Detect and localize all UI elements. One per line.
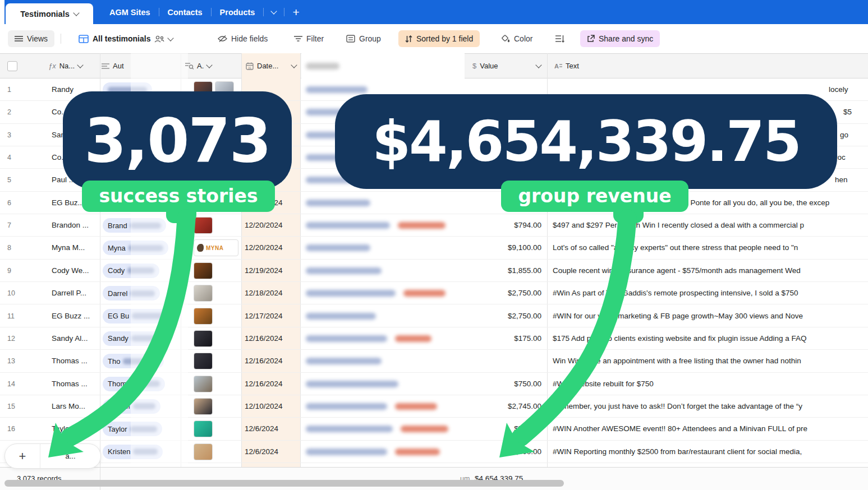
date-header-label: Date...	[257, 62, 278, 70]
cell-date[interactable]: 12/10/2024	[245, 395, 298, 418]
column-header-attachment[interactable]: A.	[185, 53, 212, 78]
cell-text[interactable]: $497 and $297 Per Month Win I recently c…	[553, 214, 867, 237]
cell-date[interactable]: 12/18/2024	[245, 282, 298, 304]
cell-name[interactable]: Darrell P...	[52, 282, 97, 304]
attachment-thumbnail[interactable]	[194, 443, 213, 460]
cell-text[interactable]: Win Win Have an appointment with a free …	[553, 350, 867, 372]
share-button[interactable]: Share and sync	[580, 30, 660, 47]
tab-testimonials[interactable]: Testimonials	[6, 3, 93, 24]
cell-name[interactable]: Thomas ...	[52, 350, 97, 372]
cell-value[interactable]: $175.00	[469, 327, 541, 350]
column-header-value[interactable]: $ Value	[472, 53, 541, 78]
cell-value[interactable]: $9,100.00	[469, 237, 541, 259]
cell-text[interactable]: $175 Add page to clients existing websit…	[553, 327, 867, 350]
cell-date[interactable]: 12/16/2024	[245, 350, 298, 372]
stat-revenue-label: group revenue	[501, 181, 688, 212]
row-number: 7	[7, 214, 23, 237]
tab-separator	[263, 8, 264, 16]
row-height-button[interactable]	[555, 24, 564, 53]
cell-text[interactable]: #WIN Website rebuilt for $750	[553, 373, 867, 395]
tab-contacts[interactable]: Contacts	[159, 8, 211, 17]
cell-value[interactable]: $2,745.00	[469, 395, 541, 418]
add-record-bar: + a...	[4, 443, 101, 469]
cell-name[interactable]: Myna M...	[52, 237, 97, 259]
author-name: Myna	[108, 244, 126, 252]
cell-value[interactable]: $794.00	[469, 214, 541, 237]
color-button[interactable]: Color	[502, 24, 532, 53]
cell-date[interactable]: 12/20/2024	[245, 237, 298, 259]
cell-name[interactable]: Lars Mo...	[52, 395, 97, 418]
cell-date[interactable]: 12/19/2024	[245, 260, 298, 282]
attachment-thumbnail[interactable]	[194, 398, 213, 415]
cell-value[interactable]: $500.00	[469, 418, 541, 440]
view-switcher[interactable]: All testimonials	[79, 24, 173, 53]
column-header-date[interactable]: 31 Date...	[246, 53, 296, 78]
cell-date[interactable]: 12/16/2024	[245, 373, 298, 395]
attachment-thumbnail[interactable]	[194, 262, 213, 279]
row-number: 9	[7, 260, 23, 282]
cell-text-content: $175 Add page to clients existing websit…	[553, 334, 807, 343]
cell-date[interactable]: 12/20/2024	[245, 214, 298, 237]
chevron-down-icon	[77, 62, 84, 68]
filter-button[interactable]: Filter	[294, 24, 324, 53]
cell-text-content: hen	[835, 175, 848, 184]
select-all-checkbox[interactable]	[7, 61, 17, 71]
column-header-text[interactable]: A Text	[554, 53, 579, 78]
column-header-name[interactable]: ƒx Na...	[48, 53, 82, 78]
cell-value[interactable]	[469, 350, 541, 372]
attachment-thumbnail[interactable]	[194, 420, 213, 437]
attachment-thumbnail[interactable]	[194, 330, 213, 347]
grid-view-icon	[79, 35, 89, 43]
cell-value[interactable]: $2,750.00	[469, 282, 541, 304]
author-name: Darrel	[108, 289, 127, 298]
add-record-fragment[interactable]: a...	[40, 452, 100, 460]
views-button[interactable]: Views	[8, 30, 54, 47]
cell-value[interactable]: $750.00	[469, 373, 541, 395]
author-name: Taylor	[108, 425, 127, 433]
horizontal-scrollbar[interactable]	[4, 480, 564, 487]
tabs-more-chevron-icon[interactable]	[271, 8, 277, 14]
cell-text[interactable]: #Win As part of Tom Gaddis's remote pros…	[553, 282, 867, 304]
row-number: 2	[7, 101, 23, 123]
cell-date[interactable]: 12/6/2024	[245, 441, 298, 463]
cell-date[interactable]: 12/16/2024	[245, 327, 298, 350]
hide-fields-button[interactable]: Hide fields	[218, 24, 268, 53]
cell-name[interactable]: Taylor ...	[52, 418, 97, 440]
cell-date[interactable]: 12/17/2024	[245, 305, 298, 327]
cell-date[interactable]: 12/6/2024	[245, 418, 298, 440]
column-header-author[interactable]: Aut	[102, 53, 124, 78]
tab-separator	[284, 8, 284, 16]
add-table-button[interactable]: +	[292, 6, 299, 19]
cell-text[interactable]: #WIN Another AWESOME event!! 80+ Attende…	[553, 418, 867, 440]
view-toolbar: Views All testimonials Hide fields Filte…	[0, 24, 868, 53]
cell-value[interactable]: $2,500.00	[469, 441, 541, 463]
cell-value[interactable]: $1,855.00	[469, 260, 541, 282]
attachment-thumbnail[interactable]	[194, 353, 213, 369]
tab-products[interactable]: Products	[212, 8, 264, 17]
hide-fields-label: Hide fields	[231, 34, 268, 43]
row-number: 8	[7, 237, 23, 259]
cell-text[interactable]: Couple recent wins. Insurance agent - $5…	[553, 260, 867, 282]
cell-name[interactable]: Sandy Al...	[52, 327, 97, 350]
author-name: Cody	[108, 266, 125, 275]
cell-name[interactable]: EG Buzz ...	[52, 305, 97, 327]
cell-value[interactable]: $2,750.00	[469, 305, 541, 327]
cell-text[interactable]: #WIN for our video marketing & FB page g…	[553, 305, 867, 327]
cell-name[interactable]: Cody We...	[52, 260, 97, 282]
paint-icon	[502, 35, 510, 43]
row-number: 4	[7, 146, 23, 169]
attachment-thumbnail[interactable]	[194, 285, 213, 302]
group-button[interactable]: Group	[346, 24, 381, 53]
attachment-thumbnail[interactable]	[194, 376, 213, 392]
add-record-button[interactable]: +	[5, 449, 40, 464]
sort-button[interactable]: Sorted by 1 field	[398, 30, 480, 47]
cell-text[interactable]: Remember, you just have to ask!! Don’t f…	[553, 395, 867, 418]
cell-name[interactable]: Brandon ...	[52, 214, 97, 237]
cell-text[interactable]: #WIN Reporting monthly $2500 from bar/re…	[553, 441, 867, 463]
tab-agm-sites[interactable]: AGM Sites	[101, 8, 159, 17]
attachment-thumbnail[interactable]	[194, 308, 213, 325]
attachment-thumbnail[interactable]	[194, 217, 213, 234]
attachment-thumbnail[interactable]: MYNA	[194, 239, 238, 256]
cell-name[interactable]: Thomas ...	[52, 373, 97, 395]
cell-text[interactable]: Lot's of so called "agency experts" out …	[553, 237, 867, 259]
